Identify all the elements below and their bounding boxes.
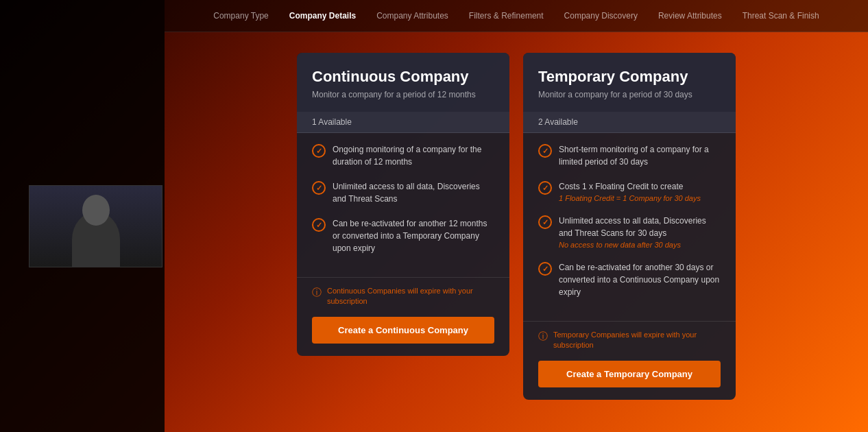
continuous-card-footer: ⓘ Continuous Companies will expire with … [297, 277, 509, 356]
create-continuous-button[interactable]: Create a Continuous Company [312, 317, 494, 344]
temporary-company-card: Temporary Company Monitor a company for … [523, 53, 736, 400]
temporary-feature-text-4: Can be re-activated for another 30 days … [559, 261, 721, 298]
continuous-availability: 1 Available [297, 112, 509, 133]
temporary-card-footer: ⓘ Temporary Companies will expire with y… [523, 321, 736, 400]
create-temporary-button[interactable]: Create a Temporary Company [538, 361, 721, 387]
continuous-feature-text-3: Can be re-activated for another 12 month… [333, 217, 494, 254]
info-icon-temporary: ⓘ [538, 331, 548, 343]
continuous-feature-3: Can be re-activated for another 12 month… [312, 217, 494, 254]
continuous-card-body: Ongoing monitoring of a company for the … [297, 133, 509, 277]
temporary-feature-1: Short-term monitoring of a company for a… [538, 143, 721, 168]
navigation-bar: Company Type Company Details Company Att… [165, 0, 868, 32]
cards-container: Continuous Company Monitor a company for… [165, 39, 868, 413]
check-icon-t2 [538, 181, 552, 195]
temporary-card-header: Temporary Company Monitor a company for … [523, 53, 736, 112]
continuous-card-title: Continuous Company [312, 68, 494, 86]
temporary-feature-note-3: No access to new data after 30 days [559, 241, 721, 249]
continuous-feature-2: Unlimited access to all data, Discoverie… [312, 180, 494, 205]
continuous-company-card: Continuous Company Monitor a company for… [297, 53, 509, 356]
continuous-footer-info: ⓘ Continuous Companies will expire with … [312, 286, 494, 307]
temporary-feature-2: Costs 1 x Floating Credit to create 1 Fl… [538, 180, 721, 202]
nav-item-company-type[interactable]: Company Type [213, 11, 269, 21]
main-content: Company Type Company Details Company Att… [165, 0, 868, 432]
nav-item-threat-scan-finish[interactable]: Threat Scan & Finish [743, 11, 819, 21]
temporary-footer-info: ⓘ Temporary Companies will expire with y… [538, 330, 721, 351]
temporary-feature-text-3: Unlimited access to all data, Discoverie… [559, 215, 721, 239]
temporary-card-subtitle: Monitor a company for a period of 30 day… [538, 90, 721, 99]
continuous-feature-text-2: Unlimited access to all data, Discoverie… [333, 180, 494, 205]
continuous-feature-1: Ongoing monitoring of a company for the … [312, 143, 494, 168]
check-icon-3 [312, 218, 326, 232]
check-icon-t3 [538, 215, 552, 229]
temporary-card-title: Temporary Company [538, 68, 721, 86]
webcam-feed [29, 185, 162, 267]
continuous-card-header: Continuous Company Monitor a company for… [297, 53, 509, 112]
temporary-feature-note-2: 1 Floating Credit = 1 Company for 30 day… [559, 194, 701, 202]
nav-item-company-details[interactable]: Company Details [289, 11, 356, 21]
nav-item-filters-refinement[interactable]: Filters & Refinement [469, 11, 544, 21]
nav-item-company-attributes[interactable]: Company Attributes [376, 11, 448, 21]
continuous-feature-text-1: Ongoing monitoring of a company for the … [333, 143, 494, 168]
temporary-feature-text-2: Costs 1 x Floating Credit to create [559, 180, 701, 193]
check-icon-t4 [538, 262, 552, 276]
continuous-card-subtitle: Monitor a company for a period of 12 mon… [312, 90, 494, 99]
info-icon-continuous: ⓘ [312, 287, 322, 299]
temporary-feature-text-1: Short-term monitoring of a company for a… [559, 143, 721, 168]
check-icon-2 [312, 181, 326, 195]
check-icon-1 [312, 144, 326, 158]
temporary-feature-3: Unlimited access to all data, Discoverie… [538, 215, 721, 249]
temporary-feature-4: Can be re-activated for another 30 days … [538, 261, 721, 298]
nav-item-company-discovery[interactable]: Company Discovery [564, 11, 638, 21]
check-icon-t1 [538, 144, 552, 158]
continuous-footer-text: Continuous Companies will expire with yo… [327, 286, 494, 307]
left-panel [0, 0, 165, 432]
temporary-footer-text: Temporary Companies will expire with you… [553, 330, 721, 351]
nav-item-review-attributes[interactable]: Review Attributes [658, 11, 722, 21]
temporary-card-body: Short-term monitoring of a company for a… [523, 133, 736, 321]
temporary-availability: 2 Available [523, 112, 736, 133]
webcam-person [29, 186, 162, 267]
